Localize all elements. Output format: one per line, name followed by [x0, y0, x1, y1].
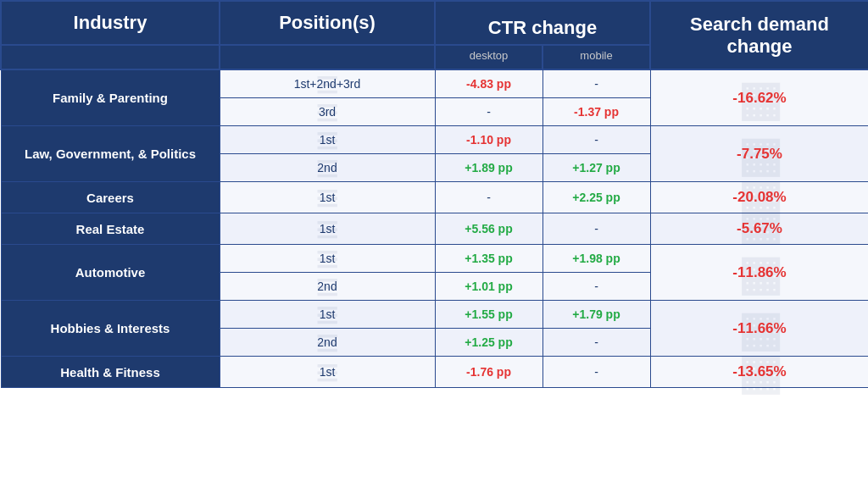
- desktop-ctr-cell: -1.76 pp: [435, 357, 542, 388]
- desktop-ctr-cell: +1.35 pp: [435, 245, 542, 273]
- desktop-ctr-cell: +1.25 pp: [435, 329, 542, 357]
- position-cell: ≡1st: [220, 126, 435, 154]
- table-row: Careers≡1st-+2.25 pp▦-20.08%: [1, 182, 868, 213]
- data-table: Industry Position(s) CTR change Search d…: [0, 0, 868, 388]
- mobile-ctr-cell: -1.37 pp: [542, 98, 650, 126]
- table-row: Real Estate≡1st+5.56 pp-▦-5.67%: [1, 213, 868, 245]
- demand-cell: ▦-13.65%: [650, 357, 868, 388]
- position-header: Position(s): [220, 1, 435, 45]
- table-row: Law, Government, & Politics≡1st-1.10 pp-…: [1, 126, 868, 154]
- mobile-ctr-cell: -: [542, 213, 650, 245]
- desktop-ctr-cell: -4.83 pp: [435, 69, 542, 98]
- demand-cell: ▦-20.08%: [650, 182, 868, 213]
- main-table-container: Industry Position(s) CTR change Search d…: [0, 0, 868, 388]
- mobile-ctr-cell: -: [542, 329, 650, 357]
- desktop-ctr-cell: -: [435, 182, 542, 213]
- mobile-ctr-cell: +1.27 pp: [542, 154, 650, 182]
- position-cell: ≡2nd: [220, 154, 435, 182]
- mobile-ctr-cell: -: [542, 273, 650, 301]
- mobile-ctr-cell: -: [542, 357, 650, 388]
- ctr-header: CTR change: [435, 1, 650, 45]
- demand-header: Search demand change: [650, 1, 868, 69]
- demand-cell: ▦-11.66%: [650, 301, 868, 357]
- table-row: Hobbies & Interests≡1st+1.55 pp+1.79 pp▦…: [1, 301, 868, 329]
- mobile-ctr-cell: +1.98 pp: [542, 245, 650, 273]
- position-cell: ≡2nd: [220, 273, 435, 301]
- position-cell: ≡1st: [220, 357, 435, 388]
- position-cell: ≡1st: [220, 182, 435, 213]
- desktop-subheader: desktop: [435, 45, 542, 69]
- desktop-ctr-cell: +1.89 pp: [435, 154, 542, 182]
- industry-cell: Law, Government, & Politics: [1, 126, 220, 182]
- position-cell: ≡1st: [220, 213, 435, 245]
- mobile-ctr-cell: -: [542, 69, 650, 98]
- demand-cell: ▦-7.75%: [650, 126, 868, 182]
- mobile-ctr-cell: +1.79 pp: [542, 301, 650, 329]
- mobile-ctr-cell: -: [542, 126, 650, 154]
- position-cell: ≡2nd: [220, 329, 435, 357]
- industry-header: Industry: [1, 1, 220, 45]
- mobile-ctr-cell: +2.25 pp: [542, 182, 650, 213]
- table-row: Family & Parenting≡1st+2nd+3rd-4.83 pp-▦…: [1, 69, 868, 98]
- industry-cell: Family & Parenting: [1, 69, 220, 126]
- table-row: Automotive≡1st+1.35 pp+1.98 pp▦-11.86%: [1, 245, 868, 273]
- industry-cell: Health & Fitness: [1, 357, 220, 388]
- demand-cell: ▦-11.86%: [650, 245, 868, 301]
- demand-cell: ▦-16.62%: [650, 69, 868, 126]
- industry-cell: Real Estate: [1, 213, 220, 245]
- desktop-ctr-cell: -1.10 pp: [435, 126, 542, 154]
- header-row: Industry Position(s) CTR change Search d…: [1, 1, 868, 45]
- position-cell: ≡3rd: [220, 98, 435, 126]
- desktop-ctr-cell: +1.55 pp: [435, 301, 542, 329]
- position-cell: ≡1st: [220, 301, 435, 329]
- position-cell: ≡1st+2nd+3rd: [220, 69, 435, 98]
- desktop-ctr-cell: +5.56 pp: [435, 213, 542, 245]
- table-row: Health & Fitness≡1st-1.76 pp-▦-13.65%: [1, 357, 868, 388]
- mobile-subheader: mobile: [542, 45, 650, 69]
- industry-cell: Hobbies & Interests: [1, 301, 220, 357]
- desktop-ctr-cell: -: [435, 98, 542, 126]
- position-cell: ≡1st: [220, 245, 435, 273]
- industry-cell: Automotive: [1, 245, 220, 301]
- demand-cell: ▦-5.67%: [650, 213, 868, 245]
- desktop-ctr-cell: +1.01 pp: [435, 273, 542, 301]
- industry-cell: Careers: [1, 182, 220, 213]
